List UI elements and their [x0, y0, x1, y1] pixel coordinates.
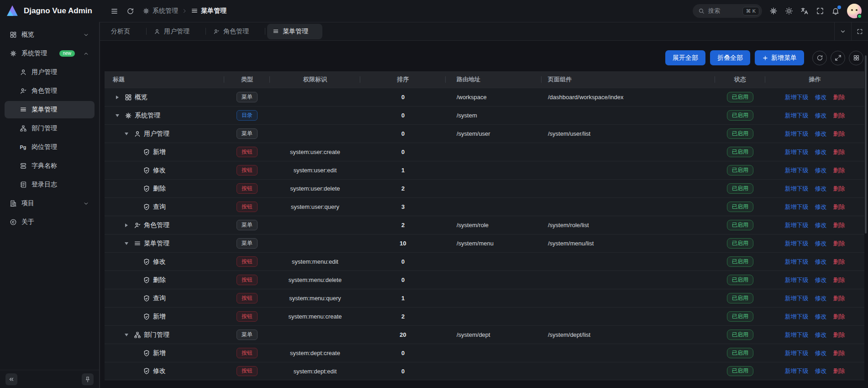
delete-link[interactable]: 删除: [833, 313, 845, 321]
row-expander-icon[interactable]: [122, 333, 131, 337]
sidebar-item-overview[interactable]: 概览: [5, 26, 95, 43]
row-expander-icon[interactable]: [122, 242, 131, 245]
edit-link[interactable]: 修改: [815, 148, 827, 156]
edit-link[interactable]: 修改: [815, 367, 827, 375]
delete-link[interactable]: 删除: [833, 276, 845, 284]
edit-link[interactable]: 修改: [815, 349, 827, 357]
add-child-link[interactable]: 新增下级: [785, 331, 809, 339]
sidebar-toggle-icon[interactable]: [110, 7, 118, 15]
tabs-dropdown-button[interactable]: [834, 22, 851, 40]
column-settings-button[interactable]: [849, 51, 863, 65]
vertical-scrollbar[interactable]: [865, 55, 867, 234]
edit-link[interactable]: 修改: [815, 239, 827, 248]
close-tab-icon[interactable]: [253, 29, 258, 34]
settings-gear-icon[interactable]: [769, 7, 778, 15]
add-child-link[interactable]: 新增下级: [785, 148, 809, 156]
add-child-link[interactable]: 新增下级: [785, 239, 809, 248]
add-child-link[interactable]: 新增下级: [785, 203, 809, 211]
language-translate-icon[interactable]: [800, 7, 809, 15]
edit-link[interactable]: 修改: [815, 203, 827, 211]
delete-link[interactable]: 删除: [833, 367, 845, 375]
edit-link[interactable]: 修改: [815, 112, 827, 120]
add-child-link[interactable]: 新增下级: [785, 367, 809, 375]
edit-link[interactable]: 修改: [815, 185, 827, 193]
sidebar-item-user[interactable]: 用户管理: [5, 64, 95, 81]
edit-link[interactable]: 修改: [815, 166, 827, 175]
collapse-sidebar-button[interactable]: [5, 373, 17, 385]
delete-link[interactable]: 删除: [833, 203, 845, 211]
row-expander-icon[interactable]: [113, 96, 122, 99]
tab-menu[interactable]: 菜单管理: [267, 24, 322, 39]
expand-all-button[interactable]: 展开全部: [665, 50, 705, 65]
edit-link[interactable]: 修改: [815, 331, 827, 339]
close-tab-icon[interactable]: [193, 29, 198, 34]
sidebar-item-about[interactable]: 关于: [5, 213, 95, 231]
tab-analysis[interactable]: 分析页: [105, 24, 144, 39]
delete-link[interactable]: 删除: [833, 239, 845, 248]
delete-link[interactable]: 删除: [833, 130, 845, 138]
add-child-link[interactable]: 新增下级: [785, 313, 809, 321]
pin-sidebar-button[interactable]: [82, 373, 94, 385]
row-expander-icon[interactable]: [113, 114, 122, 117]
table-row: 系统管理目录0/system已启用新增下级修改删除: [105, 106, 864, 124]
delete-link[interactable]: 删除: [833, 221, 845, 229]
delete-link[interactable]: 删除: [833, 93, 845, 101]
main-area: 分析页用户管理角色管理菜单管理 展开全部 折叠全部 新增菜单 标题类型权限标识排…: [100, 22, 868, 388]
add-child-link[interactable]: 新增下级: [785, 112, 809, 120]
sidebar-item-system[interactable]: 系统管理new: [5, 45, 95, 62]
edit-link[interactable]: 修改: [815, 93, 827, 101]
delete-link[interactable]: 删除: [833, 166, 845, 175]
sidebar-item-menu[interactable]: 菜单管理: [5, 101, 95, 118]
table-fullscreen-button[interactable]: [831, 51, 845, 65]
breadcrumb-item[interactable]: 系统管理: [142, 7, 178, 15]
edit-link[interactable]: 修改: [815, 313, 827, 321]
user-avatar[interactable]: [847, 4, 862, 18]
notification-bell-icon[interactable]: [831, 7, 840, 15]
theme-sun-icon[interactable]: [785, 7, 793, 15]
delete-link[interactable]: 删除: [833, 349, 845, 357]
delete-link[interactable]: 删除: [833, 148, 845, 156]
add-child-link[interactable]: 新增下级: [785, 185, 809, 193]
add-child-link[interactable]: 新增下级: [785, 294, 809, 303]
delete-link[interactable]: 删除: [833, 258, 845, 266]
sidebar-item-project[interactable]: 项目: [5, 195, 95, 212]
row-expander-icon[interactable]: [122, 132, 131, 136]
row-status-cell: 已启用: [715, 238, 765, 249]
global-search[interactable]: 搜索 ⌘ K: [693, 4, 762, 18]
delete-link[interactable]: 删除: [833, 112, 845, 120]
reload-table-button[interactable]: [812, 51, 827, 65]
edit-link[interactable]: 修改: [815, 276, 827, 284]
row-component-cell: /system/user/list: [542, 130, 715, 137]
collapse-all-button[interactable]: 折叠全部: [710, 50, 750, 65]
sidebar-item-log[interactable]: 登录日志: [5, 176, 95, 193]
close-tab-icon[interactable]: [312, 29, 317, 34]
add-child-link[interactable]: 新增下级: [785, 221, 809, 229]
edit-link[interactable]: 修改: [815, 221, 827, 229]
add-child-link[interactable]: 新增下级: [785, 130, 809, 138]
add-child-link[interactable]: 新增下级: [785, 276, 809, 284]
sidebar-item-dict[interactable]: 字典名称: [5, 157, 95, 175]
add-child-link[interactable]: 新增下级: [785, 166, 809, 175]
refresh-page-icon[interactable]: [126, 7, 134, 15]
add-child-link[interactable]: 新增下级: [785, 258, 809, 266]
tab-user[interactable]: 用户管理: [148, 24, 204, 39]
content-maximize-button[interactable]: [851, 22, 868, 40]
close-tab-icon[interactable]: [134, 29, 139, 34]
status-badge: 已启用: [727, 293, 753, 303]
sidebar-item-post[interactable]: Pg岗位管理: [5, 138, 95, 156]
sidebar-item-role[interactable]: 角色管理: [5, 82, 95, 100]
sidebar-item-dept[interactable]: 部门管理: [5, 120, 95, 137]
delete-link[interactable]: 删除: [833, 331, 845, 339]
tab-role[interactable]: 角色管理: [208, 24, 263, 39]
delete-link[interactable]: 删除: [833, 185, 845, 193]
delete-link[interactable]: 删除: [833, 294, 845, 303]
row-expander-icon[interactable]: [122, 223, 131, 227]
fullscreen-icon[interactable]: [816, 7, 824, 15]
add-child-link[interactable]: 新增下级: [785, 93, 809, 101]
edit-link[interactable]: 修改: [815, 258, 827, 266]
edit-link[interactable]: 修改: [815, 130, 827, 138]
row-route-cell: /system/dept: [446, 331, 542, 338]
add-menu-button[interactable]: 新增菜单: [755, 50, 804, 65]
add-child-link[interactable]: 新增下级: [785, 349, 809, 357]
edit-link[interactable]: 修改: [815, 294, 827, 303]
